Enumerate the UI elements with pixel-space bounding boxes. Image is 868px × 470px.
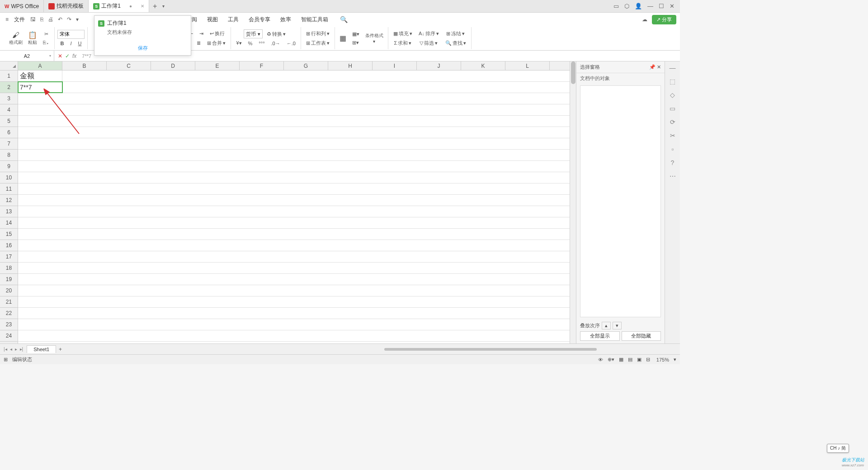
cell-A1[interactable]: 金额 [18, 70, 62, 81]
col-header[interactable]: H [328, 61, 373, 70]
row-header[interactable]: 11 [0, 183, 18, 195]
last-sheet-icon[interactable]: ▸| [20, 347, 24, 352]
tab-close-icon[interactable]: ✕ [141, 4, 144, 9]
col-header[interactable]: I [373, 61, 417, 70]
filter-button[interactable]: ▽筛选▾ [417, 39, 440, 47]
chevron-down-icon[interactable]: ▾ [674, 357, 676, 362]
paste-button[interactable]: 📋粘贴 [26, 30, 39, 47]
name-box[interactable]: A2 [0, 51, 54, 61]
view-break-icon[interactable]: ▣ [637, 357, 642, 362]
copy-icon[interactable]: ⎘▾ [41, 39, 52, 46]
dropdown-icon[interactable]: ▾ [74, 15, 80, 24]
menu-view[interactable]: 视图 [203, 14, 222, 25]
select-icon[interactable]: ⬚ [670, 78, 675, 85]
col-header[interactable]: C [107, 61, 151, 70]
menu-smart[interactable]: 智能工具箱 [297, 14, 333, 25]
cell-A2[interactable]: 7**7 [18, 82, 62, 93]
row-header[interactable]: 2 [0, 82, 18, 93]
cube-icon[interactable]: ⬡ [624, 3, 629, 9]
merge-button[interactable]: ⊞合并▾ [205, 39, 228, 47]
target-icon[interactable]: ⊕▾ [608, 357, 614, 362]
save-icon[interactable]: 🖫 [28, 15, 38, 24]
rowcol-button[interactable]: ⊞行和列▾ [304, 29, 332, 38]
first-sheet-icon[interactable]: |◂ [4, 347, 7, 352]
add-sheet-button[interactable]: + [56, 346, 65, 352]
more-icon[interactable]: ⋯ [670, 173, 676, 180]
bold-button[interactable]: B [58, 40, 66, 47]
row-header[interactable]: 12 [0, 195, 18, 206]
show-all-button[interactable]: 全部显示 [580, 331, 620, 341]
indent-icon[interactable]: ⇥ [197, 30, 206, 38]
tab-wps[interactable]: W WPS Office [0, 0, 44, 12]
italic-button[interactable]: I [68, 40, 74, 47]
view-normal-icon[interactable]: ▦ [619, 357, 623, 362]
row-header[interactable]: 3 [0, 93, 18, 104]
row-header[interactable]: 6 [0, 127, 18, 138]
tools-icon[interactable]: ✂ [670, 132, 675, 139]
hide-all-button[interactable]: 全部隐藏 [622, 331, 661, 341]
col-header[interactable]: B [62, 61, 107, 70]
row-header[interactable]: 10 [0, 172, 18, 183]
properties-icon[interactable]: ▭ [670, 105, 675, 112]
eye-icon[interactable]: 👁 [598, 357, 603, 362]
user-icon[interactable]: 👤 [635, 3, 642, 9]
cut-icon[interactable]: ✂ [42, 30, 51, 38]
fx-icon[interactable]: fx [72, 53, 76, 59]
format-icon[interactable]: ⊞▾ [350, 39, 361, 47]
number-format-select[interactable]: 货币▾ [244, 29, 263, 38]
row-header[interactable]: 20 [0, 285, 18, 296]
cells[interactable]: 金额 7**7 [18, 70, 570, 343]
cloud-icon[interactable]: ☁ [640, 15, 649, 24]
menu-hamburger-icon[interactable]: ≡ [4, 15, 10, 24]
tooltip-save-link[interactable]: 保存 [98, 45, 187, 52]
print-preview-icon[interactable]: ⎘ [38, 15, 45, 24]
menu-tools[interactable]: 工具 [223, 14, 243, 25]
row-header[interactable]: 14 [0, 217, 18, 229]
row-header[interactable]: 1 [0, 70, 18, 82]
settings-icon[interactable]: ▫ [671, 146, 674, 153]
underline-button[interactable]: U [76, 40, 84, 47]
row-header[interactable]: 21 [0, 296, 18, 308]
panel-icon[interactable]: ▭ [613, 3, 619, 9]
row-header[interactable]: 23 [0, 319, 18, 330]
style-icon[interactable]: ◇ [670, 91, 675, 99]
minimize-sidebar-icon[interactable]: — [670, 64, 676, 71]
minimize-icon[interactable]: — [647, 3, 653, 9]
next-sheet-icon[interactable]: ▸ [15, 347, 17, 352]
backup-icon[interactable]: ⟳ [670, 118, 675, 126]
tab-add-button[interactable]: + [149, 2, 160, 10]
close-pane-icon[interactable]: ✕ [657, 64, 661, 70]
row-header[interactable]: 4 [0, 104, 18, 116]
menu-member[interactable]: 会员专享 [244, 14, 275, 25]
tab-templates[interactable]: 找稻壳模板 [44, 0, 89, 12]
sum-button[interactable]: Σ求和▾ [392, 39, 414, 47]
sort-button[interactable]: A↓排序▾ [416, 29, 441, 38]
cancel-icon[interactable]: ✕ [58, 53, 62, 59]
confirm-icon[interactable]: ✓ [65, 53, 70, 59]
zoom-out-icon[interactable]: ⊟ [646, 357, 650, 362]
share-button[interactable]: ↗ 分享 [652, 15, 676, 24]
row-header[interactable]: 16 [0, 240, 18, 251]
convert-button[interactable]: ♻转换▾ [264, 30, 288, 38]
font-select[interactable] [57, 30, 85, 39]
help-icon[interactable]: ? [671, 159, 675, 166]
currency-icon[interactable]: ¥▾ [234, 39, 244, 47]
row-header[interactable]: 7 [0, 138, 18, 150]
pin-icon[interactable]: 📌 [649, 64, 656, 70]
menu-efficiency[interactable]: 效率 [276, 14, 296, 25]
menu-file[interactable]: 文件 [11, 15, 28, 24]
close-icon[interactable]: ✕ [670, 3, 675, 9]
percent-icon[interactable]: % [246, 40, 255, 47]
col-header[interactable]: J [417, 61, 461, 70]
dec-inc-icon[interactable]: .0→ [269, 40, 283, 47]
col-header[interactable]: L [505, 61, 550, 70]
prev-sheet-icon[interactable]: ◂ [10, 347, 12, 352]
col-header[interactable]: D [151, 61, 195, 70]
dec-dec-icon[interactable]: ←.0 [284, 40, 298, 47]
cond-format-button[interactable]: 条件格式▾ [363, 32, 385, 45]
freeze-button[interactable]: ⊞冻结▾ [444, 29, 467, 38]
wrap-button[interactable]: ↩换行 [208, 29, 227, 38]
row-header[interactable]: 22 [0, 308, 18, 319]
row-header[interactable]: 8 [0, 150, 18, 161]
layout-icon[interactable]: ⊞ [4, 357, 8, 362]
